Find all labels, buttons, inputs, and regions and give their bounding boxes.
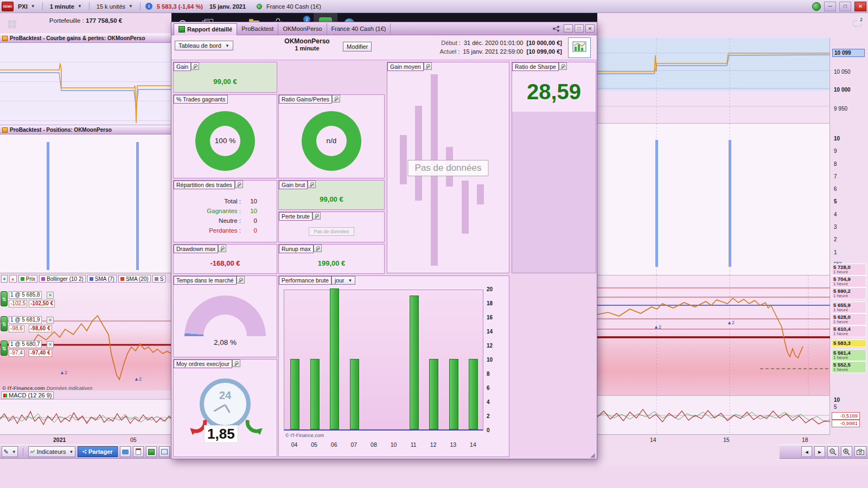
close-position-icon[interactable]: ✕	[47, 292, 54, 299]
dialog-minimize-button[interactable]: ─	[564, 24, 573, 33]
macd-chart[interactable]	[0, 399, 171, 435]
share-button[interactable]: Partager	[78, 446, 117, 457]
positions-window-titlebar[interactable]: ProBacktest - Positions: OKMoonPerso	[0, 125, 171, 134]
macd-chart-right[interactable]	[597, 396, 830, 435]
legend-sma20[interactable]: SMA (20)	[118, 275, 151, 282]
equity-scale-label: 10 000	[832, 86, 865, 93]
instrument-tab[interactable]: France 40 Cash (1€)	[264, 3, 323, 10]
legend-more[interactable]: S	[152, 275, 166, 282]
view-selector-dropdown[interactable]: Tableau de bord▼	[175, 41, 233, 50]
wrench-icon[interactable]	[191, 62, 199, 70]
workspace-button[interactable]	[159, 446, 170, 457]
start-button[interactable]	[0, 13, 24, 35]
resize-grip[interactable]: ◢	[590, 452, 595, 459]
equity-window-titlebar[interactable]: ProBacktest - Courbe gains & pertes: OKM…	[0, 34, 171, 43]
minimize-button[interactable]: ─	[824, 2, 836, 11]
close-button[interactable]: ✕	[854, 2, 866, 11]
trade-marker: ▲2	[727, 320, 735, 325]
legend-bollinger[interactable]: Bollinger (10 2)	[39, 275, 86, 282]
pan-right-button[interactable]: ▸	[814, 446, 825, 457]
wrench-icon[interactable]	[312, 212, 321, 220]
comments-button[interactable]	[120, 446, 131, 457]
avg-gain-no-data: Pas de données	[408, 160, 489, 176]
position-handle-icon[interactable]: ⇅	[1, 291, 8, 306]
performance-x-label: 06	[328, 441, 341, 448]
wrench-icon[interactable]	[235, 181, 243, 188]
equity-curve-chart-right[interactable]	[597, 38, 830, 124]
position-handle-icon[interactable]: ⇅	[1, 316, 8, 331]
wrench-icon[interactable]	[308, 181, 316, 188]
modify-button[interactable]: Modifier	[343, 42, 372, 52]
draw-tools-button[interactable]: ✎▼	[2, 446, 18, 457]
drawdown-card: Drawdown max -168,00 €	[173, 244, 277, 274]
performance-plot[interactable]	[284, 290, 483, 431]
pan-left-button[interactable]: ◂	[801, 446, 812, 457]
positions-chart-right[interactable]	[597, 124, 830, 275]
symbol-dropdown[interactable]: PXI▼	[16, 3, 37, 10]
left-chart-column: Portefeuille : 177 758,50 € ProBacktest …	[0, 13, 171, 466]
runup-value: 199,00 €	[318, 259, 346, 267]
units-dropdown[interactable]: 15 k unités▼	[94, 3, 135, 10]
macd-lines-right	[597, 396, 830, 435]
system-identity: OKMoonPerso 1 minute	[275, 37, 340, 52]
equity-curve-chart[interactable]	[0, 43, 171, 125]
equity-report-button[interactable]	[568, 37, 591, 58]
action-center-icon[interactable]: 2	[846, 13, 868, 35]
prorealtime-logo-icon	[812, 2, 821, 11]
tab-instrument[interactable]: France 40 Cash (1€)	[327, 23, 391, 34]
performance-x-label: 12	[427, 441, 440, 448]
macd-lines	[0, 400, 171, 435]
time-in-market-gauge	[184, 296, 266, 336]
wrench-icon[interactable]	[232, 359, 240, 367]
wrench-icon[interactable]	[237, 276, 245, 284]
wrench-icon[interactable]	[424, 62, 432, 70]
tab-system-name[interactable]: OKMoonPerso	[278, 23, 327, 34]
dialog-titlebar[interactable]: Rapport détaillé ProBacktest OKMoonPerso…	[171, 22, 597, 35]
news-button[interactable]	[133, 446, 144, 457]
price-heat-overlay	[0, 283, 171, 390]
chart-line-icon	[30, 449, 35, 454]
macd-value: -0,5169	[832, 412, 860, 420]
dialog-maximize-button[interactable]: □	[575, 24, 584, 33]
expand-icon[interactable]: ▲	[9, 275, 17, 282]
performance-x-label: 11	[407, 441, 420, 448]
gain-loss-ratio-card: Ratio Gains/Pertes n/d	[278, 94, 385, 178]
snapshot-button[interactable]	[854, 446, 866, 457]
position-entry[interactable]: 1 @ 5 681,9	[9, 316, 42, 324]
close-position-icon[interactable]: ✕	[47, 341, 54, 348]
legend-sma7[interactable]: SMA (7)	[87, 275, 117, 282]
table-view-button[interactable]	[146, 446, 157, 457]
performance-copyright: © IT-Finance.com	[285, 433, 324, 438]
dialog-close-button[interactable]: ✕	[585, 24, 595, 33]
macd-legend[interactable]: MACD (12 26 9)	[1, 391, 54, 399]
price-chart[interactable]: ▲2 ▲2	[0, 283, 171, 390]
position-pnl-pts: -102,5	[9, 300, 27, 307]
performance-period-dropdown[interactable]: jour▼	[331, 276, 355, 285]
notification-badge: 2	[858, 16, 865, 23]
timeframe-dropdown[interactable]: 1 minute▼	[48, 3, 84, 10]
chevron-down-icon: ▼	[348, 278, 352, 283]
zoom-out-button[interactable]	[827, 446, 839, 457]
wrench-icon[interactable]	[218, 245, 226, 252]
zoom-in-button[interactable]	[841, 446, 852, 457]
legend-prix[interactable]: Prix	[18, 275, 37, 282]
position-entry[interactable]: 1 @ 5 680,7	[9, 341, 42, 348]
gain-value: 99,00 €	[213, 78, 237, 86]
position-handle-icon[interactable]: ⇅	[1, 341, 8, 356]
indicators-button[interactable]: Indicateurs▼	[28, 446, 75, 457]
maximize-button[interactable]: □	[839, 2, 851, 11]
performance-bar	[469, 359, 478, 429]
positions-chart[interactable]	[0, 134, 171, 273]
tab-probacktest[interactable]: ProBacktest	[237, 23, 278, 34]
wrench-icon[interactable]	[559, 62, 567, 70]
tab-rapport-detaille[interactable]: Rapport détaillé	[174, 23, 237, 35]
info-icon[interactable]: i	[145, 3, 152, 10]
add-indicator-icon[interactable]: +	[1, 275, 8, 282]
position-entry[interactable]: 1 @ 5 685,8	[9, 291, 42, 299]
camera-icon	[857, 449, 864, 455]
price-chart-right[interactable]: ▲2 ▲2	[597, 275, 830, 396]
wrench-icon[interactable]	[314, 245, 322, 252]
close-position-icon[interactable]: ✕	[47, 317, 54, 324]
wrench-icon[interactable]	[332, 95, 340, 102]
share-window-icon[interactable]	[552, 25, 560, 32]
